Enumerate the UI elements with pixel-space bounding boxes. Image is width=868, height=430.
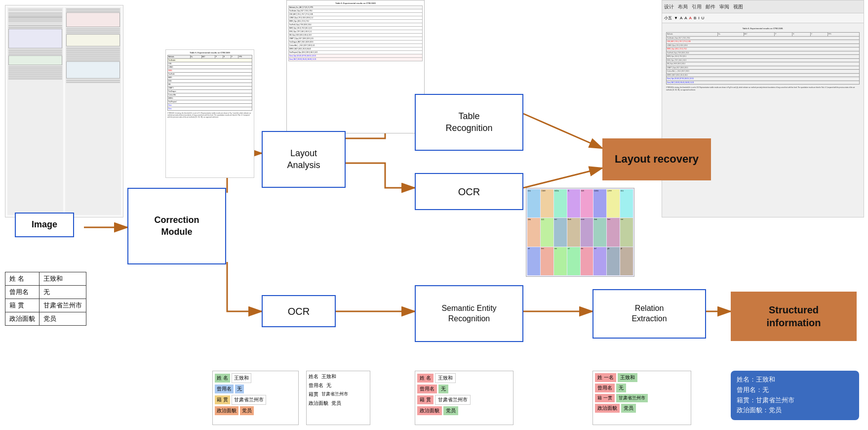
layout-analysis-box: Layout Analysis <box>262 131 346 188</box>
layout-recovery-box: Layout recovery <box>602 138 711 180</box>
table-row: 姓 名 王致和 <box>5 272 86 286</box>
table-cell: 甘肃省兰州市 <box>39 299 86 312</box>
form-table: 姓 名 王致和 曾用名 无 籍 贯 甘肃省兰州市 政治面貌 党员 <box>5 272 86 326</box>
ocr-colorful-preview: 姓名 王致和 曾用名 无 籍贯 甘肃省 兰州市 政治 面貌 党员 text bl… <box>526 188 634 277</box>
ocr-entity-preview-1: 姓 名 王致和 曾用名 无 籍 贯 甘肃省兰州市 政治面貌 党员 <box>212 371 299 425</box>
table-row: 曾用名 无 <box>5 286 86 299</box>
result-text: 姓名：王致和 曾用名：无 籍贯：甘肃省兰州市 政治面貌：党员 <box>737 375 853 416</box>
table-cell: 政治面貌 <box>5 312 39 326</box>
correction-module-box: Correction Module <box>127 188 226 264</box>
top-table-preview: Table 6. Experimental results on CTW-150… <box>286 0 425 133</box>
image-box: Image <box>15 213 74 237</box>
software-screenshot: 设计 布局 引用 邮件 审阅 视图 小五▼ AA A BIU Table 6. … <box>662 0 864 217</box>
semantic-entity-preview: 姓 名 王致和 曾用名 无 籍 贯 甘肃省兰州市 政治面貌 党员 <box>415 371 513 425</box>
table-row: 籍 贯 甘肃省兰州市 <box>5 299 86 312</box>
table-cell: 党员 <box>39 312 86 326</box>
diagram-container: Table 6. Experimental results on CTW-150… <box>0 0 868 430</box>
table-cell: 姓 名 <box>5 272 39 286</box>
semantic-entity-box: Semantic Entity Recognition <box>415 285 523 342</box>
table-cell: 曾用名 <box>5 286 39 299</box>
ocr-bottom-box: OCR <box>262 295 336 327</box>
mid-doc-preview: Table 6. Experimental results on CTW-150… <box>165 49 254 178</box>
svg-line-3 <box>523 168 602 188</box>
ocr-top-box: OCR <box>415 173 523 210</box>
relation-extraction-preview: 姓 一名 王致和 曾用名 无 籍 一贯 甘肃省兰州市 政治面貌 党员 <box>592 371 691 425</box>
ocr-entity-preview-2: 姓名王致和 曾用名无 籍贯甘肃省兰州市 政治面貌党员 <box>306 371 370 425</box>
relation-extraction-box: Relation Extraction <box>592 289 706 339</box>
table-cell: 无 <box>39 286 86 299</box>
large-doc-preview <box>5 5 123 217</box>
structured-info-box: Structured information <box>731 292 857 341</box>
svg-line-2 <box>523 114 602 148</box>
table-recognition-box: Table Recognition <box>415 94 523 151</box>
final-result-box: 姓名：王致和 曾用名：无 籍贯：甘肃省兰州市 政治面貌：党员 <box>731 371 859 420</box>
table-cell: 王致和 <box>39 272 86 286</box>
table-row: 政治面貌 党员 <box>5 312 86 326</box>
table-cell: 籍 贯 <box>5 299 39 312</box>
